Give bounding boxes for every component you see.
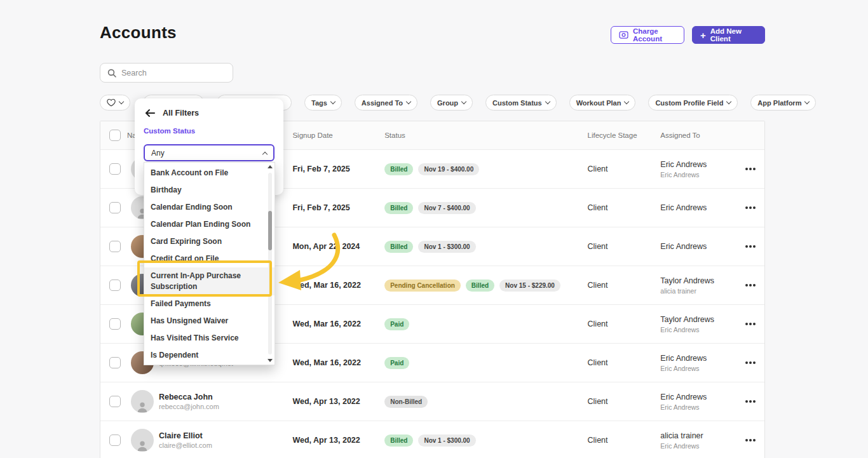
- lifecycle-stage: Client: [588, 203, 661, 212]
- filter-chip-assigned-to[interactable]: Assigned To: [355, 95, 417, 111]
- row-actions-button[interactable]: [749, 284, 752, 286]
- scroll-up-icon[interactable]: [268, 165, 273, 168]
- row-actions-button[interactable]: [749, 361, 752, 364]
- chip-label: Tags: [311, 99, 327, 107]
- row-actions-button[interactable]: [749, 168, 752, 170]
- status-badge: Paid: [384, 357, 409, 369]
- filter-chip-tags[interactable]: Tags: [304, 95, 342, 111]
- option-item[interactable]: Is Dependent: [144, 347, 275, 364]
- option-item-highlighted[interactable]: Current In-App Purchase Subscription: [144, 267, 275, 295]
- signup-date: Wed, Mar 16, 2022: [292, 281, 384, 290]
- filter-chip-workout-plan[interactable]: Workout Plan: [569, 95, 636, 111]
- status-badge: Paid: [384, 318, 409, 330]
- assigned-to-sub: Eric Andrews: [660, 442, 736, 450]
- row-checkbox[interactable]: [109, 434, 121, 446]
- assigned-to-sub: Eric Andrews: [660, 326, 736, 333]
- chip-label: Workout Plan: [576, 99, 621, 107]
- signup-date: Fri, Feb 7, 2025: [292, 203, 384, 212]
- option-item[interactable]: Credit Card on File: [144, 250, 275, 267]
- row-checkbox[interactable]: [109, 396, 121, 407]
- option-item[interactable]: Calendar Plan Ending Soon: [144, 216, 275, 233]
- scrollbar-thumb[interactable]: [268, 211, 272, 250]
- row-checkbox[interactable]: [109, 241, 121, 252]
- client-name[interactable]: Claire Elliot: [159, 431, 212, 440]
- scrollbar-track[interactable]: [268, 173, 272, 354]
- signup-date: Fri, Feb 7, 2025: [292, 165, 384, 173]
- assigned-to-sub: alicia trainer: [660, 287, 736, 295]
- chevron-down-icon: [804, 99, 810, 104]
- lifecycle-stage: Client: [588, 165, 661, 173]
- row-checkbox[interactable]: [109, 357, 121, 368]
- chip-label: Custom Profile Field: [655, 99, 723, 107]
- lifecycle-stage: Client: [588, 281, 661, 290]
- row-actions-button[interactable]: [749, 400, 752, 403]
- assigned-to-sub: Eric Andrews: [660, 403, 736, 411]
- row-checkbox[interactable]: [109, 163, 121, 175]
- options-scrollbar[interactable]: [266, 165, 274, 362]
- lifecycle-stage: Client: [588, 358, 661, 367]
- scroll-down-icon[interactable]: [268, 359, 273, 362]
- option-item[interactable]: Has Unsigned Waiver: [144, 313, 275, 330]
- row-actions-button[interactable]: [749, 439, 752, 441]
- assigned-to-sub: Eric Andrews: [660, 365, 736, 372]
- chevron-down-icon: [406, 99, 411, 104]
- chevron-down-icon: [119, 99, 124, 104]
- chevron-down-icon: [726, 99, 731, 104]
- custom-status-select[interactable]: Any: [144, 144, 275, 161]
- search-input[interactable]: [121, 69, 226, 77]
- column-header-signup-date: Signup Date: [292, 131, 384, 139]
- charge-account-button[interactable]: Charge Account: [611, 26, 684, 44]
- option-item[interactable]: Card Expiring Soon: [144, 233, 275, 250]
- option-item[interactable]: Failed Payments: [144, 295, 275, 313]
- signup-date: Wed, Apr 13, 2022: [292, 436, 384, 445]
- plus-icon: +: [700, 30, 706, 40]
- filter-chip-group[interactable]: Group: [430, 95, 473, 111]
- signup-date: Wed, Mar 16, 2022: [292, 358, 384, 367]
- option-item[interactable]: Has Visited This Service: [144, 330, 275, 347]
- back-button[interactable]: [145, 109, 155, 118]
- payment-badge: Nov 1 - $300.00: [418, 241, 475, 253]
- client-email: claire@elliot.com: [159, 441, 212, 449]
- row-actions-button[interactable]: [749, 206, 752, 209]
- row-actions-button[interactable]: [749, 245, 752, 248]
- chip-label: Group: [437, 99, 458, 107]
- status-badge: Billed: [466, 280, 494, 292]
- filter-chip-app-platform[interactable]: App Platform: [750, 95, 816, 111]
- row-checkbox[interactable]: [109, 202, 121, 213]
- add-new-client-label: Add New Client: [710, 27, 757, 43]
- add-new-client-button[interactable]: + Add New Client: [692, 26, 765, 44]
- lifecycle-stage: Client: [588, 397, 661, 406]
- status-badge: Billed: [384, 202, 413, 214]
- assigned-to: Eric Andrews: [660, 354, 736, 363]
- select-all-checkbox[interactable]: [109, 130, 121, 141]
- table-row: Claire Elliot claire@elliot.com Wed, Apr…: [100, 421, 764, 458]
- row-checkbox[interactable]: [109, 280, 121, 291]
- page-title: Accounts: [100, 23, 177, 43]
- option-item[interactable]: Bank Account on File: [144, 165, 275, 182]
- payment-badge: Nov 15 - $229.00: [499, 280, 560, 292]
- status-badge: Non-Billed: [384, 396, 428, 408]
- column-header-status: Status: [384, 131, 587, 139]
- option-item[interactable]: Calendar Ending Soon: [144, 199, 275, 216]
- panel-section-label: Custom Status: [144, 127, 283, 135]
- chip-label: App Platform: [757, 99, 801, 107]
- favorites-filter-chip[interactable]: [100, 95, 130, 111]
- heart-icon: [107, 98, 116, 107]
- status-badge: Pending Cancellation: [384, 280, 461, 292]
- avatar: [131, 390, 154, 413]
- filter-chip-custom-profile-field[interactable]: Custom Profile Field: [648, 95, 738, 111]
- chevron-up-icon: [262, 151, 268, 156]
- chevron-down-icon: [330, 99, 336, 104]
- charge-card-icon: [619, 31, 628, 39]
- client-name[interactable]: Rebecca John: [159, 393, 219, 401]
- filter-chip-custom-status[interactable]: Custom Status: [485, 95, 557, 111]
- search-box: [100, 63, 233, 83]
- status-badge: Billed: [384, 163, 413, 175]
- row-actions-button[interactable]: [749, 323, 752, 325]
- signup-date: Wed, Apr 13, 2022: [292, 397, 384, 406]
- row-checkbox[interactable]: [109, 318, 121, 330]
- option-item[interactable]: Birthday: [144, 182, 275, 199]
- avatar: [131, 429, 154, 452]
- chip-label: Assigned To: [362, 99, 403, 107]
- signup-date: Mon, Apr 22, 2024: [292, 242, 384, 251]
